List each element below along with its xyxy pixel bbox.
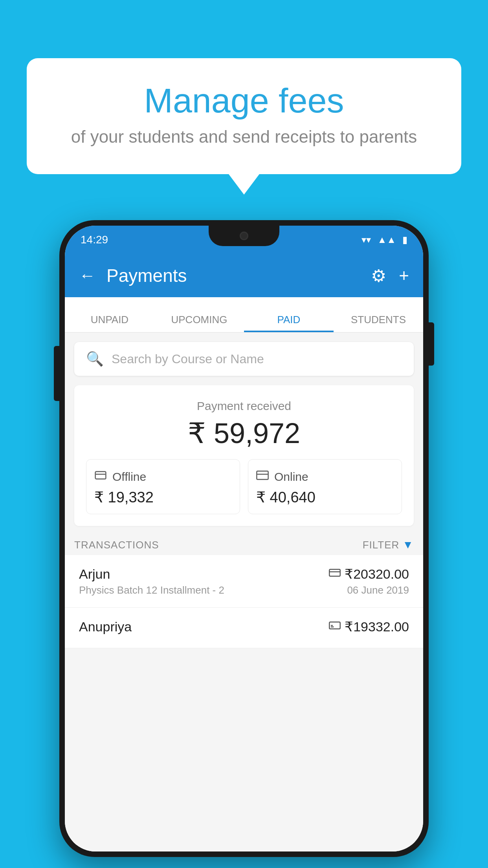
transaction-amount-area: ₹20320.00 [329,566,409,582]
online-amount: ₹ 40,640 [256,489,394,506]
battery-icon: ▮ [402,234,407,245]
notch [209,226,279,246]
payment-cards: Offline ₹ 19,332 Online [86,459,402,514]
status-icons: ▾▾ ▲▲ ▮ [361,234,407,245]
filter-button[interactable]: FILTER ▼ [363,539,414,551]
signal-icon: ▲▲ [377,234,396,245]
filter-icon: ▼ [402,539,414,551]
svg-rect-4 [329,569,340,576]
tab-students[interactable]: STUDENTS [334,314,423,332]
back-button[interactable]: ← [79,266,95,285]
content-area: 🔍 Search by Course or Name Payment recei… [65,333,423,851]
wifi-icon: ▾▾ [361,234,371,245]
transactions-list: Arjun ₹20320.00 Physics [65,555,423,648]
app-bar-actions: ⚙ + [371,266,409,286]
bubble-title: Manage fees [58,82,430,120]
svg-rect-2 [257,471,268,479]
offline-card-header: Offline [94,469,232,485]
app-bar-title: Payments [106,265,371,286]
camera [240,232,248,240]
filter-label: FILTER [363,539,400,551]
tab-paid[interactable]: PAID [244,314,334,332]
tab-unpaid[interactable]: UNPAID [65,314,154,332]
transaction-row-bottom: Physics Batch 12 Installment - 2 06 June… [79,584,409,596]
speech-bubble: Manage fees of your students and send re… [27,58,461,174]
offline-icon [94,469,107,485]
online-label: Online [274,470,308,484]
tab-upcoming[interactable]: UPCOMING [154,314,244,332]
transaction-name: Arjun [79,566,110,582]
payment-total-amount: ₹ 59,972 [86,417,402,450]
table-row[interactable]: Anupriya ₹19332.00 [65,608,423,648]
bubble-subtitle: of your students and send receipts to pa… [58,127,430,147]
transaction-amount: ₹19332.00 [345,619,409,634]
phone-frame: 14:29 ▾▾ ▲▲ ▮ ← Payments ⚙ + UNPAID UPCO… [59,220,429,857]
phone-inner: 14:29 ▾▾ ▲▲ ▮ ← Payments ⚙ + UNPAID UPCO… [65,226,423,851]
add-icon[interactable]: + [399,266,409,285]
transaction-desc: Physics Batch 12 Installment - 2 [79,584,224,596]
transaction-name: Anupriya [79,619,132,634]
transactions-label: TRANSACTIONS [74,539,159,551]
transaction-row-top: Arjun ₹20320.00 [79,566,409,582]
search-bar[interactable]: 🔍 Search by Course or Name [74,342,414,376]
transaction-row-top: Anupriya ₹19332.00 [79,619,409,634]
online-card: Online ₹ 40,640 [248,459,402,514]
online-icon [256,469,269,485]
svg-rect-0 [95,472,106,479]
offline-label: Offline [112,470,146,484]
table-row[interactable]: Arjun ₹20320.00 Physics [65,555,423,608]
card-payment-icon [329,568,341,580]
transaction-amount-area: ₹19332.00 [329,619,409,634]
tabs: UNPAID UPCOMING PAID STUDENTS [65,297,423,333]
speech-bubble-container: Manage fees of your students and send re… [27,58,461,174]
online-card-header: Online [256,469,394,485]
search-input[interactable]: Search by Course or Name [112,352,264,366]
cash-payment-icon [329,620,341,633]
app-bar: ← Payments ⚙ + [65,254,423,297]
settings-icon[interactable]: ⚙ [371,266,386,286]
offline-card: Offline ₹ 19,332 [86,459,240,514]
transaction-date: 06 June 2019 [347,584,409,596]
offline-amount: ₹ 19,332 [94,489,232,506]
transaction-amount: ₹20320.00 [345,566,409,582]
payment-received-label: Payment received [86,399,402,413]
status-time: 14:29 [81,234,108,246]
search-icon: 🔍 [86,351,104,367]
transactions-header: TRANSACTIONS FILTER ▼ [74,539,414,555]
payment-summary: Payment received ₹ 59,972 Offline [74,385,414,526]
